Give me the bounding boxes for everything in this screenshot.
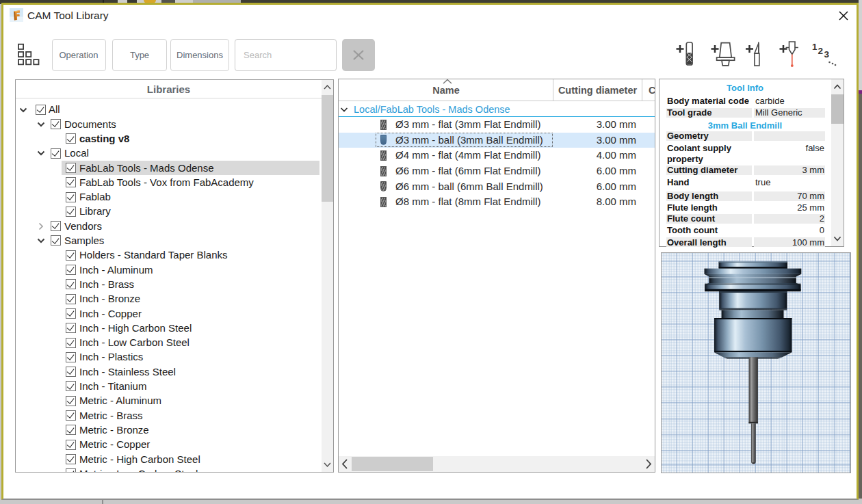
svg-text:3: 3 bbox=[824, 49, 830, 59]
svg-text:1: 1 bbox=[812, 42, 818, 52]
svg-text:2: 2 bbox=[818, 46, 824, 56]
